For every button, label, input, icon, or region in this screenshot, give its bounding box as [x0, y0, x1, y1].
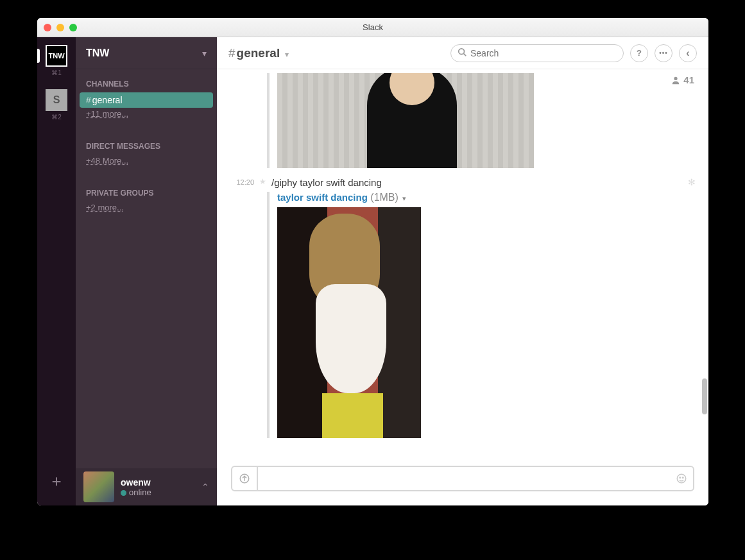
channel-name: general	[237, 46, 280, 60]
attachment-title: taylor swift dancing	[277, 192, 368, 203]
channel-name: general	[92, 95, 123, 105]
user-footer[interactable]: owenw online ⌃	[76, 468, 217, 505]
app-body: TNW ⌘1 S ⌘2 + TNW ▾ CHANNELS #general +1…	[37, 37, 708, 505]
search-input[interactable]	[470, 48, 617, 58]
gif-image[interactable]	[277, 207, 421, 438]
scrollbar-thumb[interactable]	[702, 378, 707, 414]
workspace-switch-2[interactable]: S	[46, 89, 67, 111]
channel-title[interactable]: # general ▾	[228, 46, 289, 60]
svg-point-6	[683, 477, 684, 479]
caret-down-icon: ▾	[402, 194, 406, 202]
search-input-wrap[interactable]	[450, 44, 624, 62]
chevron-down-icon: ▾	[285, 50, 289, 59]
attachment-header[interactable]: taylor swift dancing (1MB) ▾	[277, 192, 696, 203]
chevron-down-icon: ▾	[202, 48, 207, 58]
groups-more-link[interactable]: +2 more...	[76, 201, 217, 214]
message-text: /giphy taylor swift dancing	[271, 177, 382, 188]
close-icon[interactable]	[44, 24, 51, 31]
workspace-header[interactable]: TNW ▾	[76, 37, 217, 69]
message-row: 12:20 ★ /giphy taylor swift dancing ✻	[230, 168, 696, 188]
member-count[interactable]: 41	[671, 74, 694, 85]
composer	[217, 459, 708, 505]
zoom-icon[interactable]	[69, 24, 77, 31]
minimize-icon[interactable]	[56, 24, 64, 31]
window-title: Slack	[37, 22, 708, 32]
message-list: 41 12:20 ★ /giphy taylor swift dancing ✻…	[217, 69, 708, 459]
workspace-1-shortcut: ⌘1	[51, 69, 62, 76]
more-actions-button[interactable]: •••	[655, 44, 672, 62]
avatar	[83, 471, 114, 502]
sidebar-item-general[interactable]: #general	[80, 92, 213, 108]
titlebar: Slack	[37, 18, 708, 37]
emoji-icon	[676, 473, 687, 484]
hash-icon: #	[86, 95, 91, 105]
attachment-size: (1MB)	[370, 192, 398, 203]
message-attachment: taylor swift dancing (1MB) ▾	[267, 192, 696, 438]
emoji-button[interactable]	[670, 467, 693, 490]
add-workspace-button[interactable]: +	[51, 471, 61, 491]
app-window: Slack TNW ⌘1 S ⌘2 + TNW ▾ CHANNELS #gene…	[37, 18, 708, 505]
message-action-gear-icon[interactable]: ✻	[688, 177, 696, 188]
dm-more-link[interactable]: +48 More...	[76, 155, 217, 167]
presence-dot-icon	[121, 490, 126, 496]
channels-section-label: CHANNELS	[76, 69, 217, 92]
svg-point-5	[680, 477, 681, 479]
composer-box	[231, 466, 694, 491]
gif-image[interactable]	[277, 73, 534, 168]
chevron-up-icon: ⌃	[201, 482, 209, 492]
main-pane: # general ▾ ? ••• ‹ 41	[217, 37, 708, 505]
channel-header: # general ▾ ? ••• ‹	[217, 37, 708, 69]
hash-icon: #	[228, 46, 235, 60]
user-name: owenw	[121, 477, 151, 488]
svg-point-0	[459, 48, 465, 54]
user-info: owenw online	[121, 477, 151, 497]
svg-line-1	[464, 53, 467, 56]
window-controls	[37, 24, 77, 31]
upload-icon	[239, 473, 250, 484]
message-input[interactable]	[258, 467, 670, 490]
user-icon	[671, 76, 680, 85]
message-attachment-prev	[267, 73, 696, 168]
message-timestamp: 12:20	[230, 177, 254, 188]
collapse-flex-button[interactable]: ‹	[679, 44, 697, 62]
workspace-2-shortcut: ⌘2	[51, 114, 62, 121]
help-button[interactable]: ?	[630, 44, 648, 62]
dm-section-label: DIRECT MESSAGES	[76, 120, 217, 155]
user-status: online	[121, 488, 151, 497]
search-icon	[458, 47, 467, 59]
svg-point-2	[674, 76, 678, 80]
workspace-rail: TNW ⌘1 S ⌘2 +	[37, 37, 76, 505]
star-icon[interactable]: ★	[259, 177, 266, 188]
upload-button[interactable]	[232, 467, 258, 490]
workspace-switch-1[interactable]: TNW	[46, 45, 67, 67]
groups-section-label: PRIVATE GROUPS	[76, 167, 217, 201]
sidebar: TNW ▾ CHANNELS #general +11 more... DIRE…	[76, 37, 217, 505]
channels-more-link[interactable]: +11 more...	[76, 108, 217, 120]
member-count-value: 41	[683, 74, 694, 85]
svg-point-4	[677, 474, 686, 483]
active-workspace-indicator	[37, 49, 40, 63]
workspace-name: TNW	[86, 47, 202, 59]
